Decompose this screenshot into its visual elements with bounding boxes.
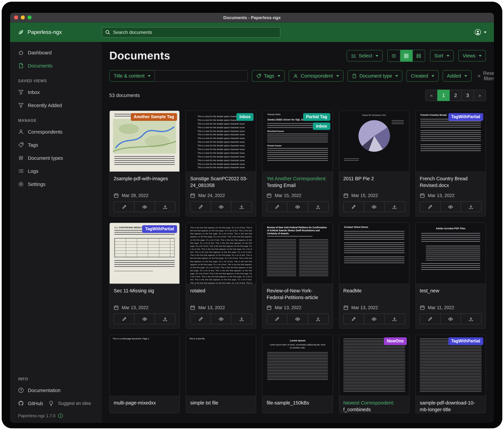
- document-thumbnail[interactable]: Contact Sheet Demo: [339, 223, 409, 284]
- tag-badge[interactable]: TagWithPartial: [448, 337, 483, 345]
- sidebar-item-documentation[interactable]: Documentation: [10, 384, 101, 397]
- download-button[interactable]: [308, 202, 328, 212]
- tag-badge[interactable]: NewOne: [384, 337, 407, 345]
- pagination-page-2-button[interactable]: 2: [449, 90, 462, 101]
- document-title[interactable]: Yet Another Correspondent: Testing Email: [267, 175, 328, 189]
- sidebar-item-document-types[interactable]: Document types: [10, 151, 101, 165]
- document-thumbnail[interactable]: 1.1. CONTINUING MEDICAL EDUCA TagWithPar…: [110, 223, 180, 284]
- view-button[interactable]: [287, 202, 308, 212]
- download-button[interactable]: [461, 314, 481, 324]
- edit-button[interactable]: [420, 202, 440, 212]
- edit-button[interactable]: [114, 202, 134, 212]
- tag-badge[interactable]: TagWithPartial: [142, 225, 177, 233]
- download-button[interactable]: [461, 202, 481, 212]
- user-menu[interactable]: [475, 29, 486, 36]
- correspondent-filter-button[interactable]: Correspondent: [289, 70, 343, 82]
- sidebar-item-tags[interactable]: Tags: [10, 138, 101, 151]
- document-thumbnail[interactable]: Patient BP Distribution 2011: [339, 111, 409, 172]
- sidebar-item-logs[interactable]: Logs: [10, 165, 101, 178]
- download-button[interactable]: [308, 314, 328, 324]
- document-title[interactable]: 2sample-pdf-with-images: [114, 175, 175, 189]
- edit-button[interactable]: [114, 314, 134, 324]
- document-thumbnail[interactable]: This is the text that appears on the fir…: [186, 223, 256, 284]
- correspondent-link[interactable]: Yet Another Correspondent:: [267, 176, 327, 181]
- reset-filters-button[interactable]: × Reset filters: [476, 70, 494, 82]
- document-thumbnail[interactable]: French Country Bread TagWithPartial: [416, 111, 486, 172]
- document-title[interactable]: test_new: [420, 287, 482, 301]
- document-title[interactable]: multi-page-mixedxx: [114, 400, 175, 413]
- document-title[interactable]: simple txt file: [190, 400, 252, 413]
- edit-button[interactable]: [267, 202, 287, 212]
- close-button[interactable]: [14, 15, 18, 19]
- correspondent-link[interactable]: Newest Correspondent:: [343, 400, 394, 405]
- edit-button[interactable]: [343, 202, 364, 212]
- search-input[interactable]: [102, 27, 280, 37]
- edit-button[interactable]: [343, 314, 364, 324]
- document-title[interactable]: Newest Correspondent: f_combineds: [343, 400, 405, 413]
- edit-button[interactable]: [420, 314, 440, 324]
- select-button[interactable]: Select: [347, 50, 383, 61]
- document-thumbnail[interactable]: Adobe Acrobat PDF Files: [416, 223, 486, 284]
- document-thumbnail[interactable]: NewOne: [339, 335, 409, 396]
- added-filter-button[interactable]: Added: [443, 70, 471, 82]
- info-icon[interactable]: [58, 413, 63, 418]
- document-thumbnail[interactable]: Review of New York Federal Petitions for…: [263, 223, 333, 284]
- sidebar-item-dashboard[interactable]: Dashboard: [10, 46, 101, 59]
- view-button[interactable]: [364, 314, 384, 324]
- tag-badge[interactable]: Partial Tag: [303, 113, 330, 121]
- view-button[interactable]: [211, 314, 231, 324]
- sidebar-item-recently-added[interactable]: Recently Added: [10, 99, 101, 112]
- download-button[interactable]: [384, 202, 405, 212]
- tag-badge[interactable]: Another Sample Tag: [131, 113, 177, 121]
- pagination-page-1-button[interactable]: 1: [437, 90, 450, 101]
- view-detail-button[interactable]: [413, 50, 425, 61]
- tag-badge[interactable]: Inbox: [313, 122, 330, 130]
- document-title[interactable]: file-sample_150kBs: [267, 400, 328, 413]
- document-thumbnail[interactable]: This is a test file.: [186, 335, 256, 396]
- sidebar-item-suggest-idea[interactable]: Suggest an idea: [47, 397, 95, 410]
- view-button[interactable]: [440, 314, 461, 324]
- sidebar-item-documents[interactable]: Documents: [10, 59, 101, 72]
- view-button[interactable]: [287, 314, 308, 324]
- document-thumbnail[interactable]: Release NotesSimba ODBC Driver for SQL S…: [263, 111, 333, 172]
- pagination-prev-button[interactable]: «: [425, 90, 438, 101]
- view-button[interactable]: [440, 202, 461, 212]
- document-title[interactable]: 2011 BP Pie 2: [343, 175, 405, 189]
- view-button[interactable]: [134, 314, 155, 324]
- views-button[interactable]: Views: [458, 50, 486, 61]
- document-title[interactable]: Sonstige ScanPC2022 03-24_081058: [190, 175, 252, 189]
- pagination-page-3-button[interactable]: 3: [461, 90, 474, 101]
- download-button[interactable]: [231, 314, 252, 324]
- zoom-button[interactable]: [27, 15, 32, 19]
- document-title[interactable]: rotated: [190, 287, 252, 301]
- tag-badge[interactable]: TagWithPartial: [448, 113, 483, 121]
- download-button[interactable]: [384, 314, 405, 324]
- document-thumbnail[interactable]: TagWithPartial: [416, 335, 486, 396]
- document-title[interactable]: Review-of-New-York-Federal-Petitions-art…: [267, 287, 328, 301]
- document-title[interactable]: French Country Bread Revised.docx: [420, 175, 482, 189]
- tag-badge[interactable]: Inbox: [236, 113, 254, 121]
- document-title[interactable]: ReadMe: [343, 287, 405, 301]
- document-thumbnail[interactable]: Another Sample Tag: [110, 111, 180, 172]
- tags-filter-button[interactable]: Tags: [252, 70, 285, 82]
- view-grid-button[interactable]: [400, 50, 413, 61]
- edit-button[interactable]: [190, 314, 211, 324]
- title-content-filter-button[interactable]: Title & content: [109, 70, 155, 82]
- document-thumbnail[interactable]: This is a multi page document. Page 1.: [110, 335, 180, 396]
- document-type-filter-button[interactable]: Document type: [347, 70, 402, 82]
- document-thumbnail[interactable]: This is a test for the double space char…: [186, 111, 256, 172]
- download-button[interactable]: [155, 314, 175, 324]
- document-thumbnail[interactable]: Lorem ipsumLorem ipsum dolor sit amet, c…: [263, 335, 333, 396]
- document-title[interactable]: Sec 11-Missing sig: [114, 287, 175, 301]
- view-button[interactable]: [364, 202, 384, 212]
- sidebar-item-settings[interactable]: Settings: [10, 178, 101, 191]
- edit-button[interactable]: [267, 314, 287, 324]
- view-button[interactable]: [134, 202, 155, 212]
- sidebar-item-inbox[interactable]: Inbox: [10, 86, 101, 99]
- document-title[interactable]: sample-pdf-download-10-mb-longer-title: [420, 400, 482, 413]
- download-button[interactable]: [155, 202, 175, 212]
- title-content-filter-input[interactable]: [155, 70, 248, 82]
- pagination-next-button[interactable]: »: [474, 90, 486, 101]
- sidebar-item-correspondents[interactable]: Correspondents: [10, 125, 101, 138]
- app-logo[interactable]: Paperless-ngx: [18, 29, 102, 36]
